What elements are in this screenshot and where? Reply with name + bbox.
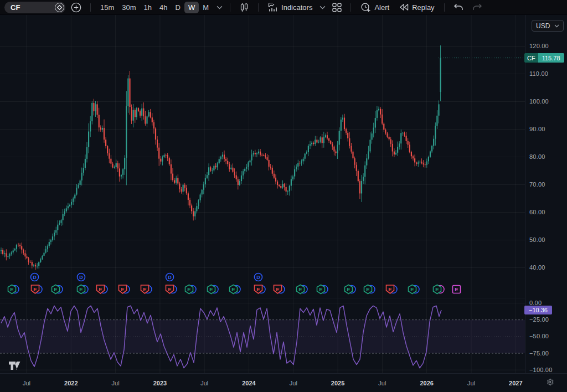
svg-text:E: E [121, 286, 124, 292]
replay-button[interactable]: Replay [395, 0, 438, 15]
indicators-label: Indicators [281, 3, 312, 12]
time-axis-settings-button[interactable] [546, 378, 555, 387]
symbol-search[interactable]: CF [4, 2, 65, 13]
price-axis-border [525, 15, 525, 373]
undo-button[interactable] [450, 0, 467, 15]
timeframe-button-1h[interactable]: 1h [140, 2, 156, 13]
earnings-marker-green[interactable]: E [228, 284, 241, 297]
timeframe-button-15m[interactable]: 15m [96, 2, 118, 13]
earnings-marker-red[interactable]: E [30, 284, 43, 297]
tradingview-logo[interactable] [8, 361, 23, 370]
time-tick-year: 2023 [147, 380, 173, 386]
price-tick-label: 110.00 [529, 70, 548, 77]
earnings-marker-green[interactable]: E [295, 284, 308, 297]
currency-label: USD [536, 22, 550, 30]
earnings-marker-red[interactable]: E [140, 284, 152, 297]
earnings-marker-green[interactable]: E [206, 284, 219, 297]
layout-templates-button[interactable] [329, 0, 345, 15]
svg-text:E: E [209, 286, 213, 292]
earnings-marker-green[interactable]: E [407, 284, 420, 297]
svg-text:D: D [256, 275, 260, 280]
time-tick-month: Jul [280, 380, 307, 386]
svg-text:E: E [388, 286, 391, 292]
timeframe-button-30m[interactable]: 30m [118, 2, 140, 13]
compare-add-button[interactable] [68, 0, 85, 15]
price-tick-label: 100.00 [529, 98, 549, 105]
dividend-marker[interactable]: D [165, 272, 174, 284]
earnings-marker-green[interactable]: E [50, 284, 63, 297]
chart-canvas[interactable] [0, 0, 567, 392]
last-price-badge: CF 115.78 [524, 53, 564, 63]
earnings-marker-green[interactable]: E [316, 284, 328, 297]
time-tick-year: 2026 [414, 380, 440, 386]
dividend-marker[interactable]: D [30, 272, 39, 284]
pane-separator[interactable] [0, 298, 525, 298]
time-tick-month: Jul [369, 380, 395, 386]
earnings-marker-future[interactable]: E [451, 284, 464, 297]
symbol-label: CF [11, 3, 51, 12]
price-tick-label: 80.00 [529, 153, 545, 160]
toolbar-separator [90, 3, 91, 12]
indicators-button[interactable]: Indicators [264, 0, 316, 15]
svg-text:D: D [79, 275, 83, 280]
timeframe-expand-button[interactable] [215, 0, 224, 15]
diamond-icon[interactable] [55, 3, 64, 12]
indicators-icon [268, 2, 278, 12]
svg-text:D: D [33, 275, 37, 280]
svg-text:E: E [410, 286, 414, 292]
earnings-marker-green[interactable]: E [363, 284, 375, 297]
timeframe-button-m[interactable]: M [199, 2, 213, 13]
redo-button[interactable] [469, 0, 486, 15]
timeframe-group: 15m30m1h4hDWM [96, 2, 213, 13]
gear-icon [546, 378, 555, 387]
price-tick-label: 70.00 [529, 181, 545, 188]
earnings-marker-red[interactable]: E [95, 284, 108, 297]
svg-text:E: E [319, 286, 322, 292]
earnings-marker-red[interactable]: E [272, 284, 285, 297]
last-price-badge-value: 115.78 [538, 53, 564, 63]
earnings-marker-green[interactable]: E [432, 284, 445, 297]
earnings-marker-green[interactable]: E [7, 284, 19, 297]
svg-text:E: E [455, 286, 458, 292]
candlestick-icon [239, 2, 249, 12]
earnings-marker-green[interactable]: E [343, 284, 356, 297]
time-tick-month: Jul [458, 380, 484, 386]
alert-button[interactable]: Alert [357, 0, 393, 15]
time-tick-month: Jul [13, 380, 40, 386]
earnings-marker-red[interactable]: E [253, 284, 266, 297]
currency-selector[interactable]: USD [532, 20, 564, 32]
svg-text:E: E [276, 286, 279, 292]
time-tick-year: 2025 [324, 380, 351, 386]
dividend-marker[interactable]: D [76, 272, 86, 284]
chart-style-button[interactable] [236, 0, 252, 15]
svg-text:E: E [168, 286, 171, 292]
earnings-marker-green[interactable]: E [76, 284, 89, 297]
toolbar-separator [350, 3, 351, 12]
earnings-marker-green[interactable]: E [184, 284, 197, 297]
timeframe-button-4h[interactable]: 4h [156, 2, 171, 13]
dividend-marker[interactable]: D [254, 272, 263, 284]
svg-text:E: E [187, 286, 190, 292]
svg-text:E: E [435, 286, 439, 292]
svg-text:E: E [298, 286, 302, 292]
svg-text:D: D [168, 275, 172, 280]
earnings-marker-red[interactable]: E [164, 284, 177, 297]
timeframe-button-d[interactable]: D [172, 2, 184, 13]
toolbar-separator [258, 3, 259, 12]
indicators-dropdown-button[interactable] [318, 0, 327, 15]
time-tick-year: 2027 [502, 380, 529, 386]
chevron-down-icon [319, 6, 326, 9]
svg-text:E: E [231, 286, 235, 292]
price-tick-label: 50.00 [529, 236, 545, 243]
earnings-marker-red[interactable]: E [117, 284, 130, 297]
svg-text:E: E [54, 286, 57, 292]
timeframe-button-w[interactable]: W [184, 2, 199, 13]
last-price-badge-symbol: CF [524, 53, 538, 63]
price-tick-label: 40.00 [529, 264, 545, 271]
earnings-marker-red[interactable]: E [385, 284, 398, 297]
chevron-down-icon [217, 6, 223, 9]
indicator-tick-label: −100.00 [529, 367, 552, 373]
svg-text:E: E [256, 286, 260, 292]
toolbar-separator [444, 3, 445, 12]
replay-rewind-icon [399, 3, 409, 11]
